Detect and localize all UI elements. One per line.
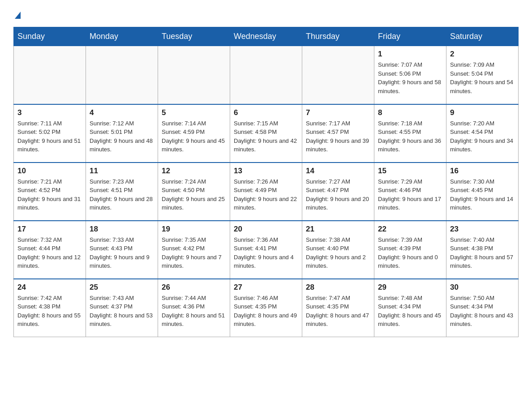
day-number: 4 <box>90 108 154 117</box>
day-info-text: Sunrise: 7:42 AM <box>17 294 82 303</box>
day-number: 7 <box>306 108 370 117</box>
calendar-cell: 20Sunrise: 7:36 AMSunset: 4:41 PMDayligh… <box>230 221 302 279</box>
day-number: 19 <box>162 225 226 234</box>
day-info-text: Daylight: 8 hours and 57 minutes. <box>450 253 515 270</box>
day-number: 28 <box>306 283 370 292</box>
day-info-text: Sunrise: 7:40 AM <box>450 235 515 244</box>
day-number: 20 <box>234 225 298 234</box>
calendar-cell: 4Sunrise: 7:12 AMSunset: 5:01 PMDaylight… <box>86 104 158 163</box>
day-number: 11 <box>90 167 154 176</box>
day-number: 17 <box>17 225 82 234</box>
day-info-text: Daylight: 9 hours and 48 minutes. <box>90 137 154 154</box>
calendar-cell: 21Sunrise: 7:38 AMSunset: 4:40 PMDayligh… <box>302 221 374 279</box>
weekday-header-sunday: Sunday <box>14 27 86 46</box>
day-info-text: Sunset: 4:55 PM <box>378 128 442 137</box>
day-info-text: Sunrise: 7:32 AM <box>17 235 82 244</box>
calendar-cell <box>230 46 302 104</box>
day-info-text: Daylight: 9 hours and 4 minutes. <box>234 253 298 270</box>
day-number: 24 <box>17 283 82 292</box>
calendar-cell: 17Sunrise: 7:32 AMSunset: 4:44 PMDayligh… <box>14 221 86 279</box>
calendar-cell: 18Sunrise: 7:33 AMSunset: 4:43 PMDayligh… <box>86 221 158 279</box>
calendar-cell: 29Sunrise: 7:48 AMSunset: 4:34 PMDayligh… <box>374 279 446 337</box>
day-info-text: Sunset: 4:38 PM <box>450 244 515 253</box>
day-info-text: Daylight: 8 hours and 55 minutes. <box>17 311 82 329</box>
day-info-text: Sunrise: 7:29 AM <box>378 177 442 186</box>
day-info-text: Sunrise: 7:12 AM <box>90 119 154 128</box>
day-number: 15 <box>378 167 442 176</box>
day-info-text: Sunset: 4:43 PM <box>90 244 154 253</box>
calendar-week-row: 10Sunrise: 7:21 AMSunset: 4:52 PMDayligh… <box>14 163 519 221</box>
day-info-text: Sunrise: 7:33 AM <box>90 235 154 244</box>
calendar-cell: 22Sunrise: 7:39 AMSunset: 4:39 PMDayligh… <box>374 221 446 279</box>
day-number: 21 <box>306 225 370 234</box>
day-info-text: Daylight: 9 hours and 17 minutes. <box>378 195 442 212</box>
day-number: 29 <box>378 283 442 292</box>
day-info-text: Sunrise: 7:24 AM <box>162 177 226 186</box>
day-number: 10 <box>17 167 82 176</box>
day-info-text: Sunset: 4:58 PM <box>234 128 298 137</box>
day-info-text: Sunset: 4:45 PM <box>450 186 515 195</box>
weekday-header-row: SundayMondayTuesdayWednesdayThursdayFrid… <box>14 27 519 46</box>
day-info-text: Sunset: 4:34 PM <box>450 302 515 311</box>
day-info-text: Sunrise: 7:20 AM <box>450 119 515 128</box>
day-info-text: Sunset: 4:47 PM <box>306 186 370 195</box>
day-info-text: Sunset: 4:44 PM <box>17 244 82 253</box>
day-info-text: Sunset: 4:39 PM <box>378 244 442 253</box>
day-info-text: Daylight: 9 hours and 36 minutes. <box>378 137 442 154</box>
day-number: 27 <box>234 283 298 292</box>
day-info-text: Sunrise: 7:07 AM <box>378 60 442 69</box>
day-info-text: Sunset: 4:46 PM <box>378 186 442 195</box>
day-info-text: Sunrise: 7:50 AM <box>450 294 515 303</box>
day-info-text: Sunset: 4:36 PM <box>162 302 226 311</box>
day-info-text: Sunset: 4:50 PM <box>162 186 226 195</box>
day-info-text: Daylight: 9 hours and 54 minutes. <box>450 78 515 95</box>
day-info-text: Sunset: 4:51 PM <box>90 186 154 195</box>
day-info-text: Daylight: 9 hours and 14 minutes. <box>450 195 515 212</box>
day-info-text: Sunrise: 7:36 AM <box>234 235 298 244</box>
day-info-text: Daylight: 8 hours and 43 minutes. <box>450 311 515 329</box>
page-header <box>13 11 519 19</box>
calendar-cell: 5Sunrise: 7:14 AMSunset: 4:59 PMDaylight… <box>158 104 230 163</box>
day-number: 1 <box>378 50 442 59</box>
day-info-text: Sunrise: 7:26 AM <box>234 177 298 186</box>
calendar-week-row: 17Sunrise: 7:32 AMSunset: 4:44 PMDayligh… <box>14 221 519 279</box>
calendar-cell: 10Sunrise: 7:21 AMSunset: 4:52 PMDayligh… <box>14 163 86 221</box>
day-info-text: Daylight: 9 hours and 22 minutes. <box>234 195 298 212</box>
day-number: 3 <box>17 108 82 117</box>
day-info-text: Sunrise: 7:15 AM <box>234 119 298 128</box>
calendar-cell <box>158 46 230 104</box>
day-info-text: Sunset: 4:49 PM <box>234 186 298 195</box>
day-number: 26 <box>162 283 226 292</box>
calendar-cell <box>14 46 86 104</box>
calendar-cell: 23Sunrise: 7:40 AMSunset: 4:38 PMDayligh… <box>446 221 519 279</box>
calendar-cell: 6Sunrise: 7:15 AMSunset: 4:58 PMDaylight… <box>230 104 302 163</box>
day-info-text: Sunrise: 7:30 AM <box>450 177 515 186</box>
calendar-cell: 14Sunrise: 7:27 AMSunset: 4:47 PMDayligh… <box>302 163 374 221</box>
day-info-text: Daylight: 9 hours and 34 minutes. <box>450 137 515 154</box>
calendar-week-row: 1Sunrise: 7:07 AMSunset: 5:06 PMDaylight… <box>14 46 519 104</box>
day-info-text: Sunset: 4:41 PM <box>234 244 298 253</box>
day-info-text: Sunset: 5:02 PM <box>17 128 82 137</box>
day-info-text: Sunset: 4:54 PM <box>450 128 515 137</box>
calendar-cell: 9Sunrise: 7:20 AMSunset: 4:54 PMDaylight… <box>446 104 519 163</box>
calendar-cell: 19Sunrise: 7:35 AMSunset: 4:42 PMDayligh… <box>158 221 230 279</box>
day-info-text: Daylight: 8 hours and 49 minutes. <box>234 311 298 329</box>
calendar-cell: 25Sunrise: 7:43 AMSunset: 4:37 PMDayligh… <box>86 279 158 337</box>
day-number: 2 <box>450 50 515 59</box>
day-number: 22 <box>378 225 442 234</box>
day-info-text: Sunrise: 7:11 AM <box>17 119 82 128</box>
day-info-text: Sunset: 4:59 PM <box>162 128 226 137</box>
calendar-cell: 1Sunrise: 7:07 AMSunset: 5:06 PMDaylight… <box>374 46 446 104</box>
weekday-header-thursday: Thursday <box>302 27 374 46</box>
day-info-text: Daylight: 9 hours and 7 minutes. <box>162 253 226 270</box>
calendar-cell: 28Sunrise: 7:47 AMSunset: 4:35 PMDayligh… <box>302 279 374 337</box>
calendar-cell: 16Sunrise: 7:30 AMSunset: 4:45 PMDayligh… <box>446 163 519 221</box>
calendar-week-row: 24Sunrise: 7:42 AMSunset: 4:38 PMDayligh… <box>14 279 519 337</box>
day-info-text: Sunset: 4:52 PM <box>17 186 82 195</box>
day-info-text: Daylight: 9 hours and 20 minutes. <box>306 195 370 212</box>
weekday-header-friday: Friday <box>374 27 446 46</box>
logo-triangle-icon <box>15 12 21 19</box>
day-info-text: Sunset: 4:40 PM <box>306 244 370 253</box>
day-number: 16 <box>450 167 515 176</box>
day-info-text: Daylight: 9 hours and 25 minutes. <box>162 195 226 212</box>
